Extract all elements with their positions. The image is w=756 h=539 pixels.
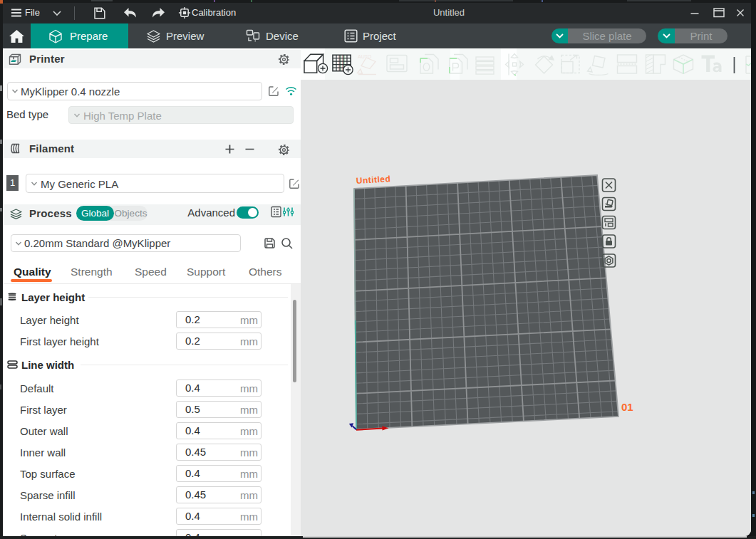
svg-text:Untitled: Untitled <box>356 174 390 186</box>
svg-text:01: 01 <box>621 401 633 413</box>
